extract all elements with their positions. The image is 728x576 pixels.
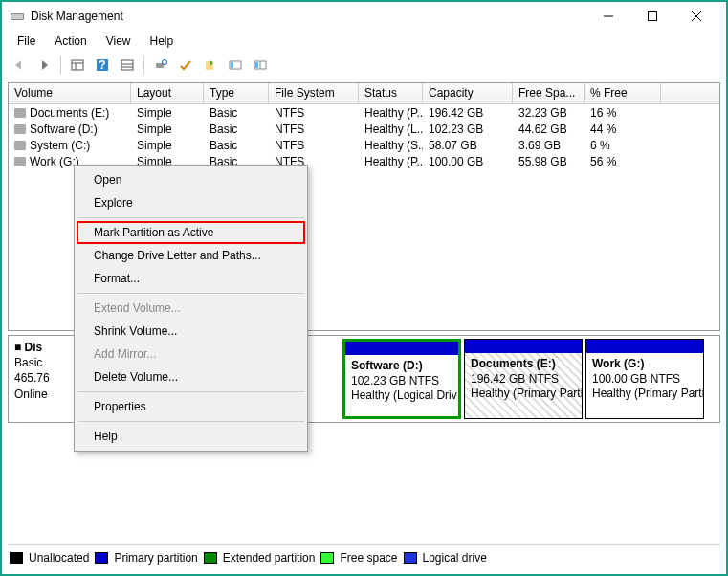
app-icon — [10, 9, 25, 24]
legend-free: Free space — [340, 551, 397, 565]
partition-title: Work (G:) — [592, 357, 644, 370]
partition-title: Software (D:) — [351, 359, 423, 372]
legend-swatch-extended — [204, 552, 217, 564]
legend-swatch-free — [320, 552, 334, 564]
menu-action[interactable]: Action — [47, 33, 94, 50]
forward-button[interactable] — [33, 54, 55, 77]
volume-row[interactable]: System (C:)SimpleBasicNTFSHealthy (S...5… — [9, 137, 719, 153]
partition-header — [465, 340, 582, 353]
col-free[interactable]: Free Spa... — [513, 83, 585, 103]
legend-logical: Logical drive — [423, 551, 487, 565]
drive-icon — [14, 141, 26, 150]
menu-view[interactable]: View — [99, 33, 139, 50]
ctx-delete[interactable]: Delete Volume... — [77, 366, 305, 388]
minimize-button[interactable] — [586, 2, 630, 31]
svg-rect-18 — [231, 62, 233, 68]
col-capacity[interactable]: Capacity — [423, 83, 513, 103]
partition-documents[interactable]: Documents (E:) 196.42 GB NTFS Healthy (P… — [464, 339, 583, 419]
ctx-extend: Extend Volume... — [77, 297, 305, 320]
show-hide-button[interactable] — [66, 54, 89, 77]
drive-icon — [14, 124, 26, 134]
drive-icon — [14, 157, 26, 166]
ctx-separator — [77, 421, 304, 422]
close-button[interactable] — [674, 2, 718, 31]
ctx-separator — [77, 391, 304, 392]
ctx-format[interactable]: Format... — [77, 267, 305, 290]
context-menu: Open Explore Mark Partition as Active Ch… — [74, 165, 308, 452]
toolbar-separator — [143, 55, 144, 75]
partition-status: Healthy (Primary Partitio — [471, 387, 582, 400]
volume-row[interactable]: Software (D:)SimpleBasicNTFSHealthy (L..… — [9, 121, 719, 137]
partition-size: 196.42 GB NTFS — [471, 372, 559, 386]
apply-button[interactable] — [174, 54, 197, 77]
volume-rows: Documents (E:)SimpleBasicNTFSHealthy (P.… — [9, 104, 719, 169]
svg-rect-3 — [649, 12, 657, 21]
refresh-button[interactable] — [149, 54, 172, 77]
ctx-open[interactable]: Open — [77, 168, 305, 191]
col-volume[interactable]: Volume — [9, 83, 131, 103]
help-button[interactable]: ? — [91, 54, 114, 77]
svg-point-15 — [163, 59, 167, 64]
partition-size: 102.23 GB NTFS — [351, 374, 439, 388]
menu-file[interactable]: File — [10, 33, 43, 50]
partition-header — [345, 342, 458, 355]
legend-unallocated: Unallocated — [29, 551, 89, 565]
ctx-separator — [77, 217, 304, 218]
toolbar: ? — [2, 52, 726, 78]
legend-extended: Extended partition — [223, 551, 316, 565]
partition-work[interactable]: Work (G:) 100.00 GB NTFS Healthy (Primar… — [585, 339, 704, 419]
partition-title: Documents (E:) — [471, 357, 556, 370]
titlebar: Disk Management — [2, 2, 726, 31]
legend-swatch-primary — [95, 552, 108, 564]
ctx-help[interactable]: Help — [77, 425, 305, 448]
partition-software[interactable]: Software (D:) 102.23 GB NTFS Healthy (Lo… — [342, 339, 461, 419]
svg-rect-1 — [11, 14, 23, 19]
back-button[interactable] — [8, 54, 31, 77]
undo-button[interactable] — [199, 54, 222, 77]
maximize-button[interactable] — [630, 2, 674, 31]
menubar: File Action View Help — [2, 31, 726, 52]
partition-status: Healthy (Primary Partit — [592, 387, 703, 400]
partition-size: 100.00 GB NTFS — [592, 372, 680, 386]
ctx-shrink[interactable]: Shrink Volume... — [77, 320, 305, 343]
col-status[interactable]: Status — [359, 83, 423, 103]
ctx-explore[interactable]: Explore — [77, 191, 305, 214]
settings-button[interactable] — [116, 54, 139, 77]
disk-info[interactable]: ■ Dis Basic 465.76 Online — [9, 336, 79, 422]
legend-primary: Primary partition — [114, 551, 197, 565]
volume-header: Volume Layout Type File System Status Ca… — [9, 83, 719, 104]
svg-text:?: ? — [99, 58, 105, 72]
window-title: Disk Management — [31, 10, 586, 23]
col-type[interactable]: Type — [204, 83, 269, 103]
svg-rect-11 — [121, 60, 133, 70]
disk-type: Basic — [14, 356, 42, 369]
disk-status: Online — [14, 388, 48, 401]
ctx-separator — [77, 293, 304, 294]
window-controls — [586, 2, 718, 31]
partition-status: Healthy (Logical Driv — [351, 388, 457, 402]
detail-button[interactable] — [249, 54, 272, 77]
col-layout[interactable]: Layout — [131, 83, 204, 103]
toolbar-separator — [60, 55, 61, 75]
legend-swatch-unallocated — [10, 552, 23, 564]
ctx-add-mirror: Add Mirror... — [77, 343, 305, 366]
ctx-change-letter[interactable]: Change Drive Letter and Paths... — [77, 244, 305, 267]
disk-size: 465.76 — [14, 371, 50, 385]
volume-row[interactable]: Documents (E:)SimpleBasicNTFSHealthy (P.… — [9, 104, 719, 121]
ctx-properties[interactable]: Properties — [77, 395, 305, 418]
ctx-mark-active[interactable]: Mark Partition as Active — [77, 221, 305, 244]
svg-rect-6 — [72, 60, 83, 70]
disk-label: Dis — [25, 341, 43, 354]
partition-header — [586, 340, 703, 353]
drive-icon — [14, 108, 26, 118]
col-filesystem[interactable]: File System — [269, 83, 359, 103]
col-percent-free[interactable]: % Free — [585, 83, 661, 103]
list-button[interactable] — [224, 54, 247, 77]
svg-rect-21 — [255, 62, 258, 68]
legend: Unallocated Primary partition Extended p… — [8, 544, 720, 568]
legend-swatch-logical — [404, 552, 417, 564]
menu-help[interactable]: Help — [143, 33, 182, 50]
